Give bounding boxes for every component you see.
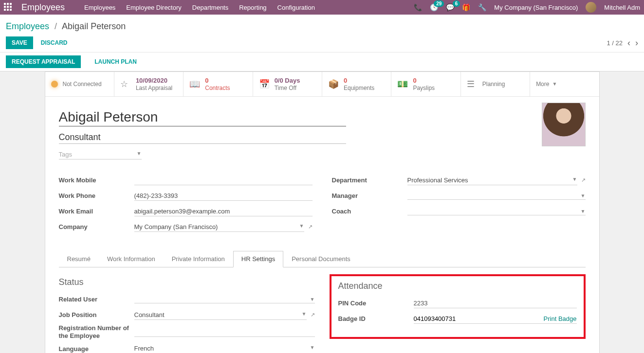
caret-down-icon: ▼	[572, 176, 577, 184]
caret-down-icon: ▼	[581, 193, 586, 198]
tab-hr-settings[interactable]: HR Settings	[233, 251, 283, 267]
tasks-icon: ☰	[467, 79, 478, 89]
stat-timeoff[interactable]: 📅 0/0 DaysTime Off	[253, 72, 322, 96]
stat-bar: Not Connected ☆ 10/09/2020Last Appraisal…	[45, 72, 599, 97]
external-link-icon[interactable]: ↗	[308, 224, 313, 230]
company-switcher[interactable]: My Company (San Francisco)	[494, 4, 578, 11]
pager-next[interactable]: ›	[635, 38, 638, 48]
top-menu: Employees Employee Directory Departments…	[84, 4, 315, 11]
book-icon: 📖	[189, 79, 200, 89]
breadcrumb: Employees / Abigail Peterson	[6, 18, 638, 36]
stat-payslips[interactable]: 💵 0Payslips	[391, 72, 460, 96]
caret-down-icon: ▼	[137, 151, 142, 158]
activities-badge: 29	[434, 0, 444, 7]
calendar-icon: 📅	[259, 79, 270, 89]
badge-id-label: Badge ID	[338, 315, 414, 322]
app-brand[interactable]: Employees	[21, 2, 65, 13]
menu-configuration[interactable]: Configuration	[277, 4, 315, 11]
caret-down-icon: ▼	[310, 345, 315, 352]
secondary-actions: REQUEST APPRAISAL LAUNCH PLAN	[0, 53, 644, 71]
pin-code-label: PIN Code	[338, 300, 414, 307]
presence-dot-icon	[51, 81, 58, 88]
tab-personal-docs[interactable]: Personal Documents	[283, 251, 359, 267]
external-link-icon[interactable]: ↗	[311, 312, 315, 318]
job-position-label: Job Position	[59, 311, 134, 318]
attendance-section-title: Attendance	[338, 281, 577, 291]
status-section-title: Status	[59, 277, 315, 287]
gift-icon[interactable]: 🎁	[462, 3, 470, 11]
breadcrumb-sep: /	[55, 21, 57, 31]
language-select[interactable]: French▼	[134, 344, 315, 353]
menu-reporting[interactable]: Reporting	[239, 4, 266, 11]
stat-more[interactable]: More▼	[530, 72, 599, 96]
cubes-icon: 📦	[328, 79, 339, 89]
department-select[interactable]: Professional Services▼	[407, 176, 577, 185]
attendance-highlight: Attendance PIN Code Badge ID Print Badge	[330, 274, 586, 339]
pin-code-input[interactable]	[414, 299, 577, 308]
work-phone-input[interactable]	[134, 191, 313, 201]
pager-text: 1 / 22	[607, 39, 623, 47]
user-name[interactable]: Mitchell Adm	[604, 4, 640, 11]
manager-label: Manager	[332, 192, 407, 199]
registration-number-input[interactable]	[134, 327, 315, 337]
tabs: Resumé Work Information Private Informat…	[59, 251, 586, 267]
external-link-icon[interactable]: ↗	[581, 177, 586, 183]
stat-presence[interactable]: Not Connected	[45, 72, 114, 96]
save-button[interactable]: SAVE	[6, 36, 33, 49]
work-mobile-label: Work Mobile	[59, 176, 134, 184]
pager-prev[interactable]: ‹	[627, 38, 630, 48]
stat-contracts[interactable]: 📖 0Contracts	[184, 72, 253, 96]
tab-work-info[interactable]: Work Information	[99, 251, 164, 267]
manager-select[interactable]: ▼	[407, 192, 586, 200]
employee-name-input[interactable]	[59, 108, 346, 126]
tools-icon[interactable]: 🔧	[478, 3, 486, 11]
stat-planning[interactable]: ☰ Planning	[461, 72, 530, 96]
tab-resume[interactable]: Resumé	[59, 251, 99, 267]
tags-input[interactable]: Tags▼	[59, 150, 142, 159]
company-label: Company	[59, 223, 134, 230]
company-select[interactable]: My Company (San Francisco)▼	[134, 222, 304, 232]
stat-appraisal[interactable]: ☆ 10/09/2020Last Appraisal	[114, 72, 184, 96]
language-label: Language	[59, 345, 134, 353]
department-label: Department	[332, 176, 407, 184]
registration-number-label: Registration Number of the Employee	[59, 324, 134, 339]
discard-button[interactable]: DISCARD	[41, 39, 68, 46]
user-avatar[interactable]	[586, 2, 596, 13]
phone-icon[interactable]: 📞	[414, 3, 422, 11]
caret-down-icon: ▼	[552, 81, 557, 87]
breadcrumb-current: Abigail Peterson	[62, 21, 126, 31]
coach-select[interactable]: ▼	[407, 208, 586, 215]
apps-icon[interactable]	[4, 3, 13, 12]
control-bar: Employees / Abigail Peterson SAVE DISCAR…	[0, 15, 644, 53]
job-position-select[interactable]: Consultant▼	[134, 310, 307, 320]
star-icon: ☆	[120, 79, 131, 89]
employee-title-input[interactable]	[59, 131, 346, 144]
work-email-label: Work Email	[59, 208, 134, 215]
caret-down-icon: ▼	[310, 297, 315, 302]
stat-equipments[interactable]: 📦 0Equipments	[322, 72, 391, 96]
launch-plan-button[interactable]: LAUNCH PLAN	[94, 55, 137, 68]
breadcrumb-root[interactable]: Employees	[6, 21, 49, 31]
menu-departments[interactable]: Departments	[192, 4, 228, 11]
topbar: Employees Employees Employee Directory D…	[0, 0, 644, 15]
form-sheet: Not Connected ☆ 10/09/2020Last Appraisal…	[45, 71, 600, 353]
work-mobile-input[interactable]	[134, 176, 313, 185]
badge-id-input[interactable]	[414, 315, 544, 322]
menu-employees[interactable]: Employees	[84, 4, 115, 11]
caret-down-icon: ▼	[302, 311, 307, 318]
pager: 1 / 22 ‹ ›	[607, 38, 638, 48]
activities-icon[interactable]: 🕓29	[430, 3, 438, 11]
coach-label: Coach	[332, 208, 407, 215]
request-appraisal-button[interactable]: REQUEST APPRAISAL	[6, 55, 81, 68]
caret-down-icon: ▼	[581, 209, 586, 214]
caret-down-icon: ▼	[299, 223, 304, 230]
related-user-select[interactable]: ▼	[134, 296, 315, 303]
employee-photo[interactable]	[542, 103, 586, 146]
menu-directory[interactable]: Employee Directory	[126, 4, 181, 11]
work-phone-label: Work Phone	[59, 192, 134, 199]
work-email-input[interactable]	[134, 207, 313, 216]
tab-private-info[interactable]: Private Information	[164, 251, 233, 267]
related-user-label: Related User	[59, 296, 134, 303]
print-badge-link[interactable]: Print Badge	[544, 315, 577, 322]
messages-icon[interactable]: 💬6	[446, 3, 454, 11]
